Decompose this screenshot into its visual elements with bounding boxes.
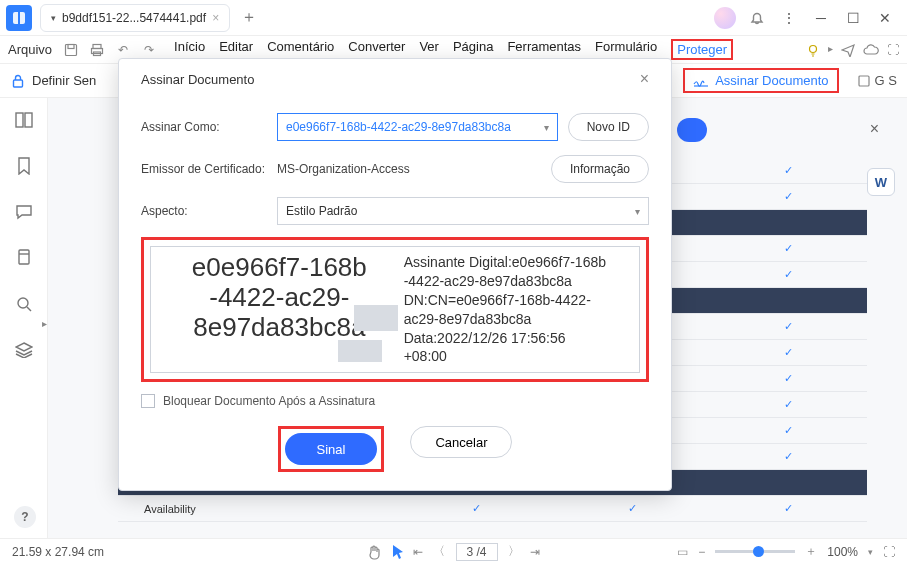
bookmarks-icon[interactable] bbox=[12, 154, 36, 178]
cloud-icon[interactable] bbox=[863, 43, 879, 57]
svg-rect-1 bbox=[18, 12, 20, 24]
svg-rect-8 bbox=[14, 80, 23, 87]
svg-rect-2 bbox=[66, 44, 77, 55]
hand-tool-icon[interactable] bbox=[367, 544, 381, 560]
window-minimize-button[interactable]: ─ bbox=[805, 2, 837, 34]
kebab-menu-icon[interactable]: ⋮ bbox=[773, 2, 805, 34]
menu-converter[interactable]: Converter bbox=[348, 39, 405, 60]
svg-rect-9 bbox=[859, 76, 869, 86]
sign-document-label: Assinar Documento bbox=[715, 73, 828, 88]
lock-document-checkbox[interactable] bbox=[141, 394, 155, 408]
lightbulb-icon[interactable] bbox=[806, 43, 820, 57]
new-tab-button[interactable]: ＋ bbox=[236, 5, 262, 31]
print-icon[interactable] bbox=[86, 39, 108, 61]
svg-rect-10 bbox=[16, 113, 23, 127]
blue-indicator bbox=[677, 118, 707, 142]
zoom-level[interactable]: 100% bbox=[827, 545, 858, 559]
signature-icon bbox=[693, 74, 709, 88]
menu-comentario[interactable]: Comentário bbox=[267, 39, 334, 60]
g-tool[interactable]: G S bbox=[857, 73, 897, 88]
zoom-slider[interactable] bbox=[715, 550, 795, 553]
sign-as-label: Assinar Como: bbox=[141, 120, 267, 134]
zoom-in-icon[interactable]: ＋ bbox=[805, 543, 817, 560]
svg-rect-11 bbox=[25, 113, 32, 127]
sign-button[interactable]: Sinal bbox=[285, 433, 378, 465]
select-tool-icon[interactable] bbox=[391, 544, 403, 560]
issuer-label: Emissor de Certificado: bbox=[141, 162, 267, 176]
aspect-select[interactable]: Estilo Padrão ▾ bbox=[277, 197, 649, 225]
menu-formulario[interactable]: Formulário bbox=[595, 39, 657, 60]
menu-ferramentas[interactable]: Ferramentas bbox=[507, 39, 581, 60]
sign-button-highlight: Sinal bbox=[278, 426, 385, 472]
dialog-title: Assinar Documento bbox=[141, 72, 254, 87]
expand-icon[interactable]: ⛶ bbox=[887, 43, 899, 57]
chevron-down-icon: ▾ bbox=[544, 122, 549, 133]
save-icon[interactable] bbox=[60, 39, 82, 61]
menu-ver[interactable]: Ver bbox=[419, 39, 439, 60]
menu-pagina[interactable]: Página bbox=[453, 39, 493, 60]
window-maximize-button[interactable]: ☐ bbox=[837, 2, 869, 34]
menu-editar[interactable]: Editar bbox=[219, 39, 253, 60]
thumbnails-icon[interactable] bbox=[12, 108, 36, 132]
prev-page-icon[interactable]: 〈 bbox=[433, 543, 445, 560]
window-close-button[interactable]: ✕ bbox=[869, 2, 901, 34]
menu-proteger[interactable]: Proteger bbox=[671, 39, 733, 60]
aspect-label: Aspecto: bbox=[141, 204, 267, 218]
svg-point-13 bbox=[18, 298, 28, 308]
app-logo bbox=[6, 5, 32, 31]
file-menu[interactable]: Arquivo bbox=[8, 42, 52, 57]
view-mode-icon[interactable]: ▭ bbox=[677, 545, 688, 559]
notifications-icon[interactable] bbox=[741, 2, 773, 34]
issuer-value: MS-Organization-Access bbox=[277, 162, 541, 176]
info-button[interactable]: Informação bbox=[551, 155, 649, 183]
rail-expand-icon[interactable]: ▸ bbox=[42, 318, 47, 329]
fullscreen-icon[interactable]: ⛶ bbox=[883, 545, 895, 559]
svg-rect-12 bbox=[19, 250, 29, 264]
first-page-icon[interactable]: ⇤ bbox=[413, 545, 423, 559]
word-export-badge[interactable]: W bbox=[867, 168, 895, 196]
signature-preview-highlight: e0e966f7-168b -4422-ac29- 8e97da83bc8a A… bbox=[141, 237, 649, 382]
chevron-down-icon: ▾ bbox=[51, 13, 56, 23]
zoom-dropdown-icon[interactable]: ▾ bbox=[868, 547, 873, 557]
new-id-button[interactable]: Novo ID bbox=[568, 113, 649, 141]
sign-document-dialog: Assinar Documento × Assinar Como: e0e966… bbox=[118, 58, 672, 491]
last-page-icon[interactable]: ⇥ bbox=[530, 545, 540, 559]
chevron-icon[interactable]: ▸ bbox=[828, 43, 833, 57]
comments-icon[interactable] bbox=[12, 200, 36, 224]
menu-inicio[interactable]: Início bbox=[174, 39, 205, 60]
lock-document-label: Bloquear Documento Após a Assinatura bbox=[163, 394, 375, 408]
layers-icon[interactable] bbox=[12, 338, 36, 362]
page-dimensions: 21.59 x 27.94 cm bbox=[12, 545, 104, 559]
panel-close-icon[interactable]: × bbox=[870, 120, 879, 138]
chevron-down-icon: ▾ bbox=[635, 206, 640, 217]
tab-close-icon[interactable]: × bbox=[212, 11, 219, 25]
document-tab[interactable]: ▾ b9ddf151-22...5474441.pdf × bbox=[40, 4, 230, 32]
send-icon[interactable] bbox=[841, 43, 855, 57]
sign-document-button[interactable]: Assinar Documento bbox=[683, 68, 838, 93]
page-indicator[interactable]: 3 /4 bbox=[455, 543, 497, 561]
table-row: Availability bbox=[118, 503, 398, 515]
svg-rect-3 bbox=[68, 44, 74, 48]
help-button[interactable]: ? bbox=[14, 506, 36, 528]
tab-title: b9ddf151-22...5474441.pdf bbox=[62, 11, 206, 25]
user-avatar[interactable] bbox=[709, 2, 741, 34]
lock-icon bbox=[10, 73, 26, 89]
cancel-button[interactable]: Cancelar bbox=[410, 426, 512, 458]
define-password-label[interactable]: Definir Sen bbox=[32, 73, 96, 88]
svg-point-7 bbox=[810, 45, 817, 52]
next-page-icon[interactable]: 〉 bbox=[508, 543, 520, 560]
search-icon[interactable] bbox=[12, 292, 36, 316]
attachments-icon[interactable] bbox=[12, 246, 36, 270]
signature-preview: e0e966f7-168b -4422-ac29- 8e97da83bc8a A… bbox=[150, 246, 640, 373]
sign-as-select[interactable]: e0e966f7-168b-4422-ac29-8e97da83bc8a ▾ bbox=[277, 113, 558, 141]
zoom-out-icon[interactable]: − bbox=[698, 545, 705, 559]
dialog-close-button[interactable]: × bbox=[640, 70, 649, 88]
